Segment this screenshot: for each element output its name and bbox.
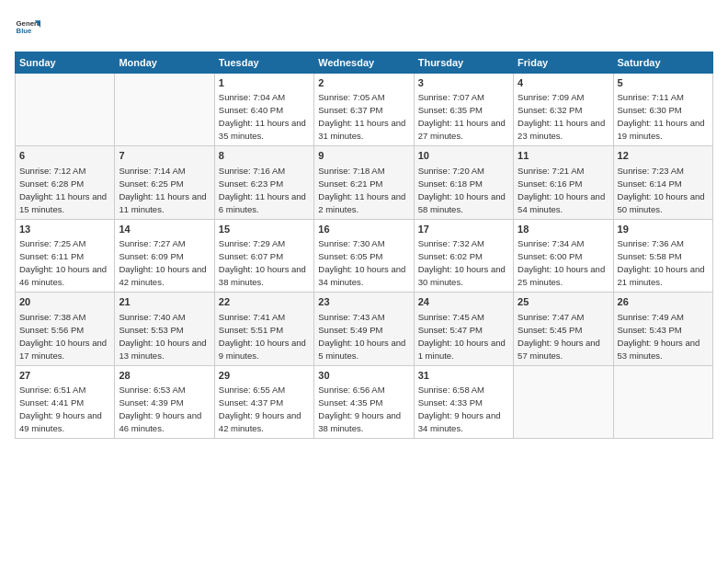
calendar-day-cell: 4Sunrise: 7:09 AMSunset: 6:32 PMDaylight… (514, 74, 613, 146)
calendar-day-cell: 5Sunrise: 7:11 AMSunset: 6:30 PMDaylight… (613, 74, 712, 146)
day-info: Sunrise: 6:56 AMSunset: 4:35 PMDaylight:… (318, 385, 401, 433)
calendar-day-cell: 21Sunrise: 7:40 AMSunset: 5:53 PMDayligh… (115, 293, 214, 365)
day-info: Sunrise: 7:09 AMSunset: 6:32 PMDaylight:… (518, 92, 605, 141)
day-info: Sunrise: 7:36 AMSunset: 5:58 PMDaylight:… (618, 238, 705, 287)
calendar-day-cell: 2Sunrise: 7:05 AMSunset: 6:37 PMDaylight… (314, 74, 414, 146)
calendar-day-cell: 20Sunrise: 7:38 AMSunset: 5:56 PMDayligh… (16, 293, 115, 365)
calendar-day-cell: 7Sunrise: 7:14 AMSunset: 6:25 PMDaylight… (115, 146, 214, 219)
logo-icon: General Blue (15, 15, 40, 40)
calendar-day-cell (514, 365, 613, 438)
day-number: 6 (19, 149, 110, 163)
calendar-day-cell: 16Sunrise: 7:30 AMSunset: 6:05 PMDayligh… (314, 219, 414, 292)
page-header: General Blue (15, 15, 713, 40)
day-info: Sunrise: 7:47 AMSunset: 5:45 PMDaylight:… (518, 312, 600, 361)
calendar-day-cell: 23Sunrise: 7:43 AMSunset: 5:49 PMDayligh… (314, 293, 414, 365)
calendar-day-cell: 3Sunrise: 7:07 AMSunset: 6:35 PMDaylight… (414, 74, 513, 146)
weekday-header: Tuesday (214, 52, 313, 74)
day-info: Sunrise: 7:18 AMSunset: 6:21 PMDaylight:… (318, 166, 405, 214)
day-number: 4 (518, 76, 609, 90)
day-info: Sunrise: 7:05 AMSunset: 6:37 PMDaylight:… (318, 92, 405, 141)
calendar-week-row: 13Sunrise: 7:25 AMSunset: 6:11 PMDayligh… (16, 219, 713, 292)
calendar-day-cell: 26Sunrise: 7:49 AMSunset: 5:43 PMDayligh… (613, 293, 712, 365)
day-info: Sunrise: 7:14 AMSunset: 6:25 PMDaylight:… (119, 166, 206, 214)
weekday-header: Saturday (613, 52, 712, 74)
calendar-week-row: 1Sunrise: 7:04 AMSunset: 6:40 PMDaylight… (16, 74, 713, 146)
calendar-day-cell: 30Sunrise: 6:56 AMSunset: 4:35 PMDayligh… (314, 365, 414, 438)
calendar-day-cell: 28Sunrise: 6:53 AMSunset: 4:39 PMDayligh… (115, 365, 214, 438)
svg-text:Blue: Blue (17, 27, 33, 35)
day-number: 2 (318, 76, 409, 90)
day-number: 13 (19, 223, 110, 236)
day-info: Sunrise: 7:38 AMSunset: 5:56 PMDaylight:… (19, 312, 107, 361)
logo: General Blue (15, 15, 40, 40)
day-number: 14 (119, 223, 210, 236)
day-number: 5 (618, 76, 709, 90)
day-number: 29 (219, 369, 310, 383)
day-number: 17 (418, 223, 509, 236)
calendar-day-cell (16, 74, 115, 146)
calendar-day-cell: 17Sunrise: 7:32 AMSunset: 6:02 PMDayligh… (414, 219, 513, 292)
day-info: Sunrise: 7:20 AMSunset: 6:18 PMDaylight:… (418, 166, 506, 214)
svg-text:General: General (17, 19, 40, 28)
day-info: Sunrise: 7:32 AMSunset: 6:02 PMDaylight:… (418, 238, 506, 287)
calendar-day-cell: 14Sunrise: 7:27 AMSunset: 6:09 PMDayligh… (115, 219, 214, 292)
day-info: Sunrise: 7:07 AMSunset: 6:35 PMDaylight:… (418, 92, 506, 141)
day-info: Sunrise: 7:34 AMSunset: 6:00 PMDaylight:… (518, 238, 605, 287)
calendar-day-cell: 19Sunrise: 7:36 AMSunset: 5:58 PMDayligh… (613, 219, 712, 292)
calendar-week-row: 20Sunrise: 7:38 AMSunset: 5:56 PMDayligh… (16, 293, 713, 365)
day-info: Sunrise: 6:58 AMSunset: 4:33 PMDaylight:… (418, 385, 501, 433)
day-info: Sunrise: 7:30 AMSunset: 6:05 PMDaylight:… (318, 238, 405, 287)
weekday-header: Sunday (16, 52, 115, 74)
day-number: 25 (518, 295, 609, 309)
day-number: 31 (418, 369, 509, 383)
day-info: Sunrise: 7:41 AMSunset: 5:51 PMDaylight:… (219, 312, 306, 361)
calendar-day-cell: 29Sunrise: 6:55 AMSunset: 4:37 PMDayligh… (214, 365, 313, 438)
day-info: Sunrise: 7:25 AMSunset: 6:11 PMDaylight:… (19, 238, 107, 287)
day-info: Sunrise: 7:23 AMSunset: 6:14 PMDaylight:… (618, 166, 705, 214)
calendar-week-row: 27Sunrise: 6:51 AMSunset: 4:41 PMDayligh… (16, 365, 713, 438)
day-info: Sunrise: 6:55 AMSunset: 4:37 PMDaylight:… (219, 385, 301, 433)
day-info: Sunrise: 6:51 AMSunset: 4:41 PMDaylight:… (19, 385, 102, 433)
day-info: Sunrise: 7:04 AMSunset: 6:40 PMDaylight:… (219, 92, 306, 141)
day-number: 7 (119, 149, 210, 163)
day-info: Sunrise: 7:49 AMSunset: 5:43 PMDaylight:… (618, 312, 700, 361)
day-number: 19 (618, 223, 709, 236)
calendar-day-cell: 24Sunrise: 7:45 AMSunset: 5:47 PMDayligh… (414, 293, 513, 365)
calendar-day-cell: 31Sunrise: 6:58 AMSunset: 4:33 PMDayligh… (414, 365, 513, 438)
day-number: 20 (19, 295, 110, 309)
calendar-week-row: 6Sunrise: 7:12 AMSunset: 6:28 PMDaylight… (16, 146, 713, 219)
day-info: Sunrise: 7:29 AMSunset: 6:07 PMDaylight:… (219, 238, 306, 287)
day-info: Sunrise: 7:45 AMSunset: 5:47 PMDaylight:… (418, 312, 506, 361)
day-number: 30 (318, 369, 409, 383)
calendar-day-cell: 12Sunrise: 7:23 AMSunset: 6:14 PMDayligh… (613, 146, 712, 219)
day-number: 15 (219, 223, 310, 236)
calendar-day-cell: 1Sunrise: 7:04 AMSunset: 6:40 PMDaylight… (214, 74, 313, 146)
day-number: 26 (618, 295, 709, 309)
day-info: Sunrise: 7:27 AMSunset: 6:09 PMDaylight:… (119, 238, 206, 287)
day-number: 10 (418, 149, 509, 163)
day-number: 8 (219, 149, 310, 163)
day-info: Sunrise: 6:53 AMSunset: 4:39 PMDaylight:… (119, 385, 201, 433)
calendar-table: SundayMondayTuesdayWednesdayThursdayFrid… (15, 52, 713, 439)
weekday-header: Wednesday (314, 52, 414, 74)
day-number: 3 (418, 76, 509, 90)
calendar-day-cell: 15Sunrise: 7:29 AMSunset: 6:07 PMDayligh… (214, 219, 313, 292)
weekday-header: Thursday (414, 52, 513, 74)
calendar-day-cell: 8Sunrise: 7:16 AMSunset: 6:23 PMDaylight… (214, 146, 313, 219)
day-number: 27 (19, 369, 110, 383)
day-number: 16 (318, 223, 409, 236)
day-info: Sunrise: 7:21 AMSunset: 6:16 PMDaylight:… (518, 166, 605, 214)
calendar-day-cell: 9Sunrise: 7:18 AMSunset: 6:21 PMDaylight… (314, 146, 414, 219)
weekday-header: Monday (115, 52, 214, 74)
day-number: 24 (418, 295, 509, 309)
calendar-day-cell: 6Sunrise: 7:12 AMSunset: 6:28 PMDaylight… (16, 146, 115, 219)
calendar-day-cell: 10Sunrise: 7:20 AMSunset: 6:18 PMDayligh… (414, 146, 513, 219)
day-info: Sunrise: 7:16 AMSunset: 6:23 PMDaylight:… (219, 166, 306, 214)
day-number: 18 (518, 223, 609, 236)
calendar-day-cell (115, 74, 214, 146)
day-number: 1 (219, 76, 310, 90)
weekday-header: Friday (514, 52, 613, 74)
day-number: 11 (518, 149, 609, 163)
day-info: Sunrise: 7:40 AMSunset: 5:53 PMDaylight:… (119, 312, 206, 361)
calendar-day-cell: 18Sunrise: 7:34 AMSunset: 6:00 PMDayligh… (514, 219, 613, 292)
